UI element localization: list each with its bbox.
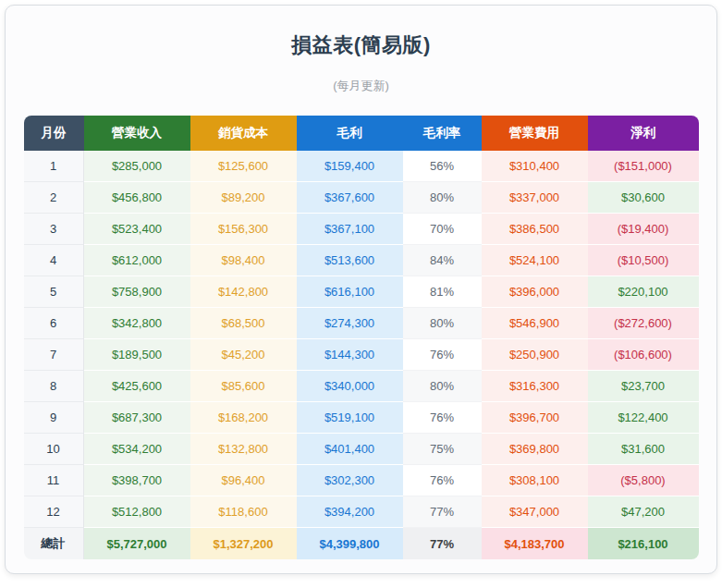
report-card: 損益表(簡易版) (每月更新) 月份 營業收入 銷貨成本 毛利 毛利率 營業費用…	[5, 5, 717, 574]
cell-month: 5	[24, 276, 84, 308]
cell-rate: 76%	[403, 402, 482, 434]
income-statement-table: 月份 營業收入 銷貨成本 毛利 毛利率 營業費用 淨利 1$285,000$12…	[24, 116, 699, 559]
cell-revenue: $612,000	[84, 245, 190, 276]
cell-gross: $302,300	[297, 465, 403, 496]
cell-revenue: $512,800	[84, 496, 190, 528]
cell-revenue: $342,800	[84, 308, 190, 339]
cell-rate: 81%	[403, 276, 482, 308]
table-row: 9$687,300$168,200$519,10076%$396,700$122…	[24, 402, 699, 434]
cell-month: 3	[24, 214, 84, 245]
cell-net: $220,100	[588, 276, 699, 308]
cell-cost: $85,600	[190, 371, 297, 402]
total-cell-revenue: $5,727,000	[84, 528, 190, 559]
cell-rate: 84%	[403, 245, 482, 276]
header-cell-revenue: 營業收入	[84, 116, 190, 151]
cell-opex: $524,100	[482, 245, 588, 276]
cell-opex: $337,000	[482, 182, 588, 214]
cell-revenue: $398,700	[84, 465, 190, 496]
cell-revenue: $687,300	[84, 402, 190, 434]
cell-net: ($5,800)	[588, 465, 699, 496]
cell-net: $30,600	[588, 182, 699, 214]
cell-revenue: $758,900	[84, 276, 190, 308]
table-row: 12$512,800$118,600$394,20077%$347,000$47…	[24, 496, 699, 528]
cell-revenue: $523,400	[84, 214, 190, 245]
cell-month: 1	[24, 151, 84, 182]
cell-opex: $250,900	[482, 339, 588, 371]
table-row: 11$398,700$96,400$302,30076%$308,100($5,…	[24, 465, 699, 496]
cell-cost: $98,400	[190, 245, 297, 276]
header-cell-month: 月份	[24, 116, 84, 151]
cell-opex: $310,400	[482, 151, 588, 182]
cell-rate: 76%	[403, 339, 482, 371]
cell-month: 9	[24, 402, 84, 434]
cell-cost: $125,600	[190, 151, 297, 182]
cell-gross: $394,200	[297, 496, 403, 528]
cell-gross: $401,400	[297, 434, 403, 465]
total-cell-gross: $4,399,800	[297, 528, 403, 559]
header-cell-gross: 毛利	[297, 116, 403, 151]
cell-month: 6	[24, 308, 84, 339]
cell-opex: $386,500	[482, 214, 588, 245]
table-row: 3$523,400$156,300$367,10070%$386,500($19…	[24, 214, 699, 245]
cell-revenue: $285,000	[84, 151, 190, 182]
cell-month: 12	[24, 496, 84, 528]
cell-opex: $369,800	[482, 434, 588, 465]
cell-gross: $340,000	[297, 371, 403, 402]
cell-net: ($106,600)	[588, 339, 699, 371]
cell-net: ($151,000)	[588, 151, 699, 182]
total-row: 總計 $5,727,000 $1,327,200 $4,399,800 77% …	[24, 528, 699, 559]
cell-net: ($10,500)	[588, 245, 699, 276]
cell-gross: $367,600	[297, 182, 403, 214]
cell-opex: $396,700	[482, 402, 588, 434]
cell-rate: 80%	[403, 182, 482, 214]
cell-net: $23,700	[588, 371, 699, 402]
header-cell-cost: 銷貨成本	[190, 116, 297, 151]
page-subtitle: (每月更新)	[6, 78, 716, 94]
table-row: 2$456,800$89,200$367,60080%$337,000$30,6…	[24, 182, 699, 214]
cell-cost: $132,800	[190, 434, 297, 465]
cell-month: 2	[24, 182, 84, 214]
total-cell-opex: $4,183,700	[482, 528, 588, 559]
cell-revenue: $456,800	[84, 182, 190, 214]
table-row: 7$189,500$45,200$144,30076%$250,900($106…	[24, 339, 699, 371]
cell-cost: $96,400	[190, 465, 297, 496]
cell-opex: $316,300	[482, 371, 588, 402]
cell-cost: $89,200	[190, 182, 297, 214]
header-cell-net: 淨利	[588, 116, 699, 151]
table-row: 10$534,200$132,800$401,40075%$369,800$31…	[24, 434, 699, 465]
cell-rate: 75%	[403, 434, 482, 465]
cell-cost: $156,300	[190, 214, 297, 245]
cell-revenue: $534,200	[84, 434, 190, 465]
cell-opex: $546,900	[482, 308, 588, 339]
cell-revenue: $189,500	[84, 339, 190, 371]
cell-gross: $274,300	[297, 308, 403, 339]
header-cell-opex: 營業費用	[482, 116, 588, 151]
cell-cost: $118,600	[190, 496, 297, 528]
table-body: 1$285,000$125,600$159,40056%$310,400($15…	[24, 151, 699, 528]
cell-month: 10	[24, 434, 84, 465]
table-row: 6$342,800$68,500$274,30080%$546,900($272…	[24, 308, 699, 339]
table-row: 8$425,600$85,600$340,00080%$316,300$23,7…	[24, 371, 699, 402]
cell-opex: $347,000	[482, 496, 588, 528]
cell-month: 11	[24, 465, 84, 496]
cell-cost: $142,800	[190, 276, 297, 308]
cell-gross: $159,400	[297, 151, 403, 182]
cell-net: ($272,600)	[588, 308, 699, 339]
cell-month: 7	[24, 339, 84, 371]
cell-net: ($19,400)	[588, 214, 699, 245]
cell-net: $47,200	[588, 496, 699, 528]
cell-gross: $513,600	[297, 245, 403, 276]
total-cell-rate: 77%	[403, 528, 482, 559]
cell-gross: $367,100	[297, 214, 403, 245]
table-row: 4$612,000$98,400$513,60084%$524,100($10,…	[24, 245, 699, 276]
cell-month: 8	[24, 371, 84, 402]
table-header-row: 月份 營業收入 銷貨成本 毛利 毛利率 營業費用 淨利	[24, 116, 699, 151]
cell-net: $31,600	[588, 434, 699, 465]
table-row: 5$758,900$142,800$616,10081%$396,000$220…	[24, 276, 699, 308]
cell-opex: $396,000	[482, 276, 588, 308]
total-cell-cost: $1,327,200	[190, 528, 297, 559]
cell-opex: $308,100	[482, 465, 588, 496]
header-cell-rate: 毛利率	[403, 116, 482, 151]
cell-gross: $519,100	[297, 402, 403, 434]
cell-cost: $168,200	[190, 402, 297, 434]
